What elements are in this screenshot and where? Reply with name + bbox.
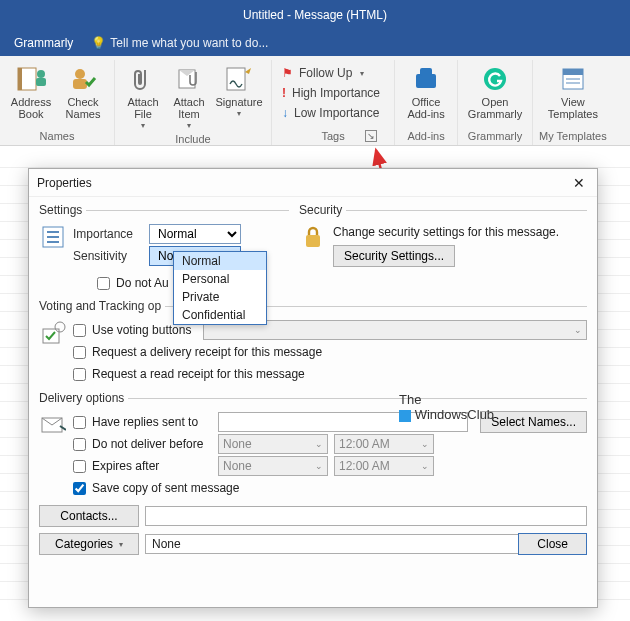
- address-book-label: Address Book: [6, 96, 56, 120]
- close-button[interactable]: Close: [518, 533, 587, 555]
- request-read-checkbox[interactable]: [73, 368, 86, 381]
- request-read-label: Request a read receipt for this message: [92, 367, 305, 381]
- chevron-down-icon: ▾: [187, 120, 191, 132]
- voting-legend: Voting and Tracking op: [39, 299, 165, 313]
- office-addins-label: Office Add-ins: [401, 96, 451, 120]
- templates-icon: [557, 64, 589, 94]
- deliver-date-combo[interactable]: None⌄: [218, 434, 328, 454]
- security-legend: Security: [299, 203, 346, 217]
- paperclip-icon: [127, 64, 159, 94]
- select-names-button[interactable]: Select Names...: [480, 411, 587, 433]
- view-templates-button[interactable]: View Templates: [543, 62, 603, 120]
- sensitivity-option-private[interactable]: Private: [174, 288, 266, 306]
- group-label-names: Names: [40, 129, 75, 144]
- view-templates-label: View Templates: [543, 96, 603, 120]
- svg-rect-12: [563, 69, 583, 75]
- attach-item-button[interactable]: Attach Item ▾: [167, 62, 211, 132]
- security-desc: Change security settings for this messag…: [333, 225, 587, 239]
- group-label-grammarly: Grammarly: [468, 129, 522, 144]
- lightbulb-icon: 💡: [91, 36, 106, 50]
- chevron-down-icon: ▾: [237, 108, 241, 120]
- attach-file-button[interactable]: Attach File ▾: [121, 62, 165, 132]
- do-not-autoarchive-label: Do not Au: [116, 276, 169, 290]
- down-arrow-icon: ↓: [282, 106, 288, 120]
- watermark-line2: WindowsClub: [415, 407, 494, 422]
- save-copy-checkbox[interactable]: [73, 482, 86, 495]
- window-titlebar: Untitled - Message (HTML): [0, 0, 630, 30]
- group-label-addins: Add-ins: [407, 129, 444, 144]
- exclamation-icon: !: [282, 86, 286, 100]
- open-grammarly-label: Open Grammarly: [464, 96, 526, 120]
- attach-item-icon: [173, 64, 205, 94]
- svg-rect-8: [416, 74, 436, 88]
- ribbon-group-addins: Office Add-ins Add-ins: [395, 60, 458, 145]
- svg-point-22: [55, 322, 65, 332]
- categories-button[interactable]: Categories▾: [39, 533, 139, 555]
- low-importance-label: Low Importance: [294, 106, 379, 120]
- watermark-line1: The: [399, 392, 494, 407]
- svg-rect-1: [18, 68, 22, 90]
- voting-tracking-section: Voting and Tracking op Use voting button…: [39, 299, 587, 385]
- delivery-icon: [39, 411, 67, 439]
- expires-after-label: Expires after: [92, 459, 212, 473]
- request-delivery-checkbox[interactable]: [73, 346, 86, 359]
- signature-label: Signature: [215, 96, 262, 108]
- close-icon[interactable]: ✕: [569, 173, 589, 193]
- do-not-deliver-checkbox[interactable]: [73, 438, 86, 451]
- ribbon-group-grammarly: Open Grammarly Grammarly: [458, 60, 533, 145]
- sensitivity-label: Sensitivity: [73, 249, 143, 263]
- tell-me-label: Tell me what you want to do...: [110, 36, 268, 50]
- contacts-button[interactable]: Contacts...: [39, 505, 139, 527]
- grammarly-icon: [479, 64, 511, 94]
- contacts-input[interactable]: [145, 506, 587, 526]
- properties-dialog: Properties ✕ Settings Importance Normal: [28, 168, 598, 608]
- sensitivity-option-normal[interactable]: Normal: [174, 252, 266, 270]
- settings-legend: Settings: [39, 203, 86, 217]
- open-grammarly-button[interactable]: Open Grammarly: [464, 62, 526, 120]
- chevron-down-icon: ▾: [141, 120, 145, 132]
- sensitivity-dropdown-list[interactable]: Normal Personal Private Confidential: [173, 251, 267, 325]
- deliver-time-combo[interactable]: 12:00 AM⌄: [334, 434, 434, 454]
- sensitivity-option-personal[interactable]: Personal: [174, 270, 266, 288]
- high-importance-button[interactable]: ! High Importance: [282, 84, 380, 102]
- low-importance-button[interactable]: ↓ Low Importance: [282, 104, 380, 122]
- ribbon-group-names: Address Book Check Names Names: [0, 60, 115, 145]
- tab-grammarly[interactable]: Grammarly: [10, 32, 77, 54]
- tell-me-search[interactable]: 💡 Tell me what you want to do...: [91, 36, 268, 50]
- dialog-title: Properties: [37, 176, 92, 190]
- expires-date-combo[interactable]: None⌄: [218, 456, 328, 476]
- tags-dialog-launcher[interactable]: ↘: [365, 130, 377, 142]
- svg-rect-9: [420, 68, 432, 76]
- have-replies-checkbox[interactable]: [73, 416, 86, 429]
- padlock-icon: [299, 223, 327, 251]
- signature-button[interactable]: Signature ▾: [213, 62, 265, 132]
- expires-time-combo[interactable]: 12:00 AM⌄: [334, 456, 434, 476]
- flag-icon: ⚑: [282, 66, 293, 80]
- svg-rect-5: [73, 79, 87, 89]
- signature-icon: [223, 64, 255, 94]
- ribbon-group-include: Attach File ▾ Attach Item ▾ Signature ▾ …: [115, 60, 272, 145]
- delivery-legend: Delivery options: [39, 391, 128, 405]
- use-voting-checkbox[interactable]: [73, 324, 86, 337]
- check-names-label: Check Names: [58, 96, 108, 120]
- address-book-icon: [15, 64, 47, 94]
- address-book-button[interactable]: Address Book: [6, 62, 56, 120]
- high-importance-label: High Importance: [292, 86, 380, 100]
- watermark-square-icon: [399, 410, 411, 422]
- check-names-button[interactable]: Check Names: [58, 62, 108, 120]
- follow-up-button[interactable]: ⚑ Follow Up ▾: [282, 64, 380, 82]
- office-addins-button[interactable]: Office Add-ins: [401, 62, 451, 120]
- categories-value: None: [152, 537, 181, 551]
- expires-after-checkbox[interactable]: [73, 460, 86, 473]
- addins-icon: [410, 64, 442, 94]
- group-label-include: Include: [175, 132, 210, 147]
- do-not-autoarchive-checkbox[interactable]: [97, 277, 110, 290]
- ribbon-group-templates: View Templates My Templates: [533, 60, 613, 145]
- importance-combo[interactable]: Normal: [149, 224, 241, 244]
- security-settings-button[interactable]: Security Settings...: [333, 245, 455, 267]
- sensitivity-option-confidential[interactable]: Confidential: [174, 306, 266, 324]
- svg-rect-7: [227, 68, 245, 90]
- settings-icon: [39, 223, 67, 251]
- request-delivery-label: Request a delivery receipt for this mess…: [92, 345, 322, 359]
- svg-rect-20: [306, 235, 320, 247]
